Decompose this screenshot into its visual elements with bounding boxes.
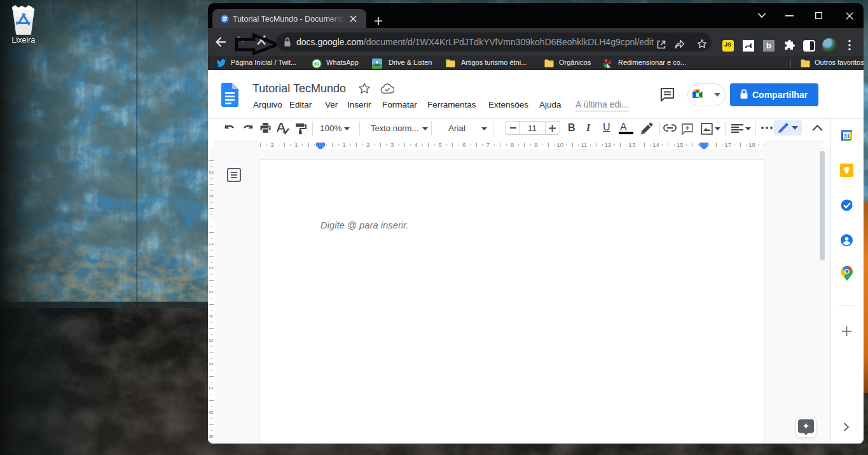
svg-text:31: 31	[844, 132, 851, 139]
svg-text:60: 60	[314, 61, 319, 67]
svg-text:Lixeira: Lixeira	[12, 36, 36, 45]
